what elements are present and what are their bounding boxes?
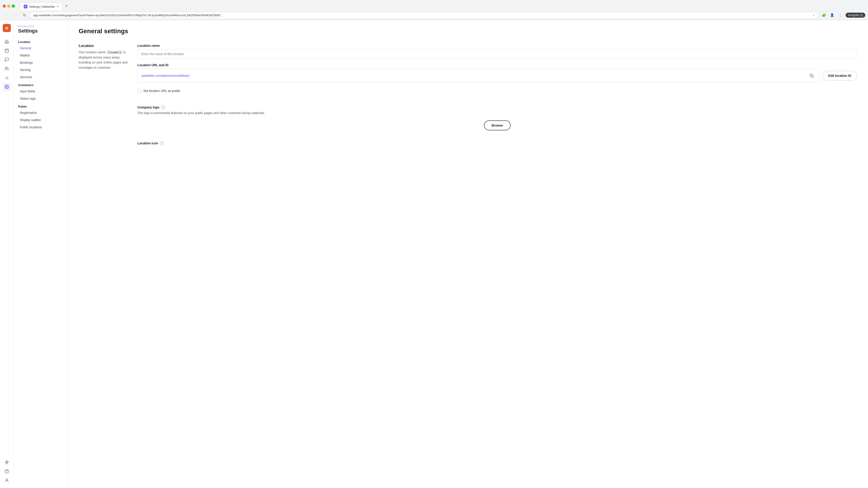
company-logo-section: Company logo ? The logo is prominently f… <box>79 105 857 130</box>
logo-section-right: Company logo ? The logo is prominently f… <box>137 105 857 130</box>
section-left: Location Your location name {{name}} is … <box>79 44 128 94</box>
section-right: Location name Location URL and ID waitwh… <box>137 44 857 94</box>
location-settings-section: Location Your location name {{name}} is … <box>79 44 857 94</box>
window-maximize-button[interactable] <box>12 4 15 8</box>
svg-rect-0 <box>5 49 8 53</box>
rail-lightning-icon[interactable] <box>3 458 11 466</box>
rail-chart-icon[interactable] <box>3 74 11 82</box>
sidebar-item-status-tags[interactable]: Status tags <box>16 95 66 102</box>
active-tab[interactable]: M Settings | Waitwhile ✕ <box>20 3 62 10</box>
url-link[interactable]: waitwhile.com/welcome/undefined <box>141 74 189 77</box>
sidebar-location-header: Location <box>13 37 68 44</box>
sidebar-item-display-waitlist[interactable]: Display waitlist <box>16 116 66 124</box>
window-minimize-button[interactable] <box>7 4 10 8</box>
description-text-1: Your location name <box>79 51 106 54</box>
company-logo-label-row: Company logo ? <box>137 105 857 109</box>
forward-button[interactable]: → <box>12 11 19 19</box>
back-button[interactable]: ← <box>3 11 10 19</box>
url-id-label: Location URL and ID <box>137 63 857 67</box>
sidebar-item-bookings[interactable]: Bookings <box>16 59 66 66</box>
address-bar[interactable]: app.waitwhile.com/settings/general?authT… <box>30 12 818 19</box>
copy-url-button[interactable] <box>808 72 816 80</box>
company-logo-label: Company logo <box>137 105 159 109</box>
incognito-badge: Incognito (2) <box>846 13 865 18</box>
icon-rail: M <box>0 20 13 488</box>
location-icon-section: Location icon ? <box>79 141 857 145</box>
address-url: app.waitwhile.com/settings/general?authT… <box>33 13 811 17</box>
location-icon-label: Location icon <box>137 141 158 145</box>
svg-marker-9 <box>5 460 8 464</box>
browser-chrome: M Settings | Waitwhile ✕ + ← → ↻ app.wai… <box>0 0 868 20</box>
bookmark-icon[interactable]: ☆ <box>812 13 815 17</box>
refresh-button[interactable]: ↻ <box>21 11 28 19</box>
tab-close-button[interactable]: ✕ <box>57 5 59 8</box>
company-logo-group: Company logo ? The logo is prominently f… <box>137 105 857 130</box>
location-name-input[interactable] <box>137 49 857 59</box>
svg-rect-13 <box>811 75 813 77</box>
location-name-label: Location name <box>137 44 857 47</box>
svg-point-4 <box>5 67 7 69</box>
new-tab-button[interactable]: + <box>63 2 70 10</box>
edit-location-id-button[interactable]: Edit location ID <box>822 71 857 80</box>
page-title: General settings <box>79 28 857 35</box>
svg-point-8 <box>6 86 7 88</box>
profile-button[interactable]: 👤 <box>829 11 836 19</box>
sidebar-title: Settings <box>18 28 63 34</box>
url-display-box: waitwhile.com/welcome/undefined <box>137 69 819 83</box>
sidebar-customers-header: Customers <box>13 80 68 88</box>
rail-settings-icon[interactable] <box>3 83 11 91</box>
more-button[interactable]: ⋮ <box>837 11 844 19</box>
rail-users-icon[interactable] <box>3 65 11 73</box>
section-left-title: Location <box>79 44 128 48</box>
location-name-group: Location name <box>137 44 857 59</box>
rail-calendar-icon[interactable] <box>3 46 11 55</box>
set-public-checkbox[interactable] <box>137 89 141 93</box>
tab-bar: M Settings | Waitwhile ✕ + <box>19 2 72 10</box>
main-content: General settings Location Your location … <box>68 20 868 488</box>
section-description: Your location name {{name}} is displayed… <box>79 50 128 70</box>
browser-titlebar: M Settings | Waitwhile ✕ + <box>0 0 868 10</box>
browser-actions: 🧩 👤 ⋮ <box>820 11 844 19</box>
window-close-button[interactable] <box>3 4 6 8</box>
sidebar-item-serving[interactable]: Serving <box>16 66 66 73</box>
set-public-row: Set location URL as public <box>137 87 857 94</box>
rail-help-icon[interactable] <box>3 467 11 475</box>
sidebar-header: Moodjoy7434 Settings <box>13 25 68 37</box>
browser-toolbar: ← → ↻ app.waitwhile.com/settings/general… <box>0 10 868 20</box>
extensions-button[interactable]: 🧩 <box>820 11 828 19</box>
location-icon-label-row: Location icon ? <box>137 141 857 145</box>
sidebar-public-header: Public <box>13 102 68 109</box>
company-logo-description: The logo is prominently featured on your… <box>137 111 273 116</box>
set-public-label: Set location URL as public <box>143 89 180 93</box>
url-id-row: waitwhile.com/welcome/undefined Edit loc… <box>137 69 857 83</box>
rail-home-icon[interactable] <box>3 37 11 46</box>
sidebar-item-general[interactable]: General <box>16 44 66 52</box>
location-icon-right: Location icon ? <box>137 141 857 145</box>
tab-label: Settings | Waitwhile <box>29 5 55 8</box>
rail-user-bottom-icon[interactable] <box>3 476 11 484</box>
browse-button[interactable]: Browse <box>484 121 511 130</box>
rail-chat-icon[interactable] <box>3 56 11 64</box>
sidebar-item-public-locations[interactable]: Public locations <box>16 124 66 131</box>
tab-favicon: M <box>24 5 27 8</box>
logo-section-left <box>79 105 128 130</box>
template-variable: {{name}} <box>106 51 123 54</box>
location-url-id-group: Location URL and ID waitwhile.com/welcom… <box>137 63 857 83</box>
rail-avatar[interactable]: M <box>3 24 11 32</box>
company-logo-help-icon[interactable]: ? <box>161 105 165 109</box>
sidebar-brand: Moodjoy7434 <box>18 25 63 28</box>
sidebar-item-registration[interactable]: Registration <box>16 109 66 116</box>
sidebar-item-input-fields[interactable]: Input fields <box>16 88 66 95</box>
location-icon-left <box>79 141 128 145</box>
app-wrapper: M Moodjoy7434 Settin <box>0 20 868 488</box>
location-icon-help-icon[interactable]: ? <box>160 141 164 145</box>
browse-btn-container: Browse <box>137 121 857 130</box>
sidebar-item-waitlist[interactable]: Waitlist <box>16 52 66 59</box>
window-controls <box>3 4 15 8</box>
sidebar: Moodjoy7434 Settings Location General Wa… <box>13 20 68 488</box>
svg-point-12 <box>6 479 7 480</box>
sidebar-item-services[interactable]: Services <box>16 73 66 80</box>
